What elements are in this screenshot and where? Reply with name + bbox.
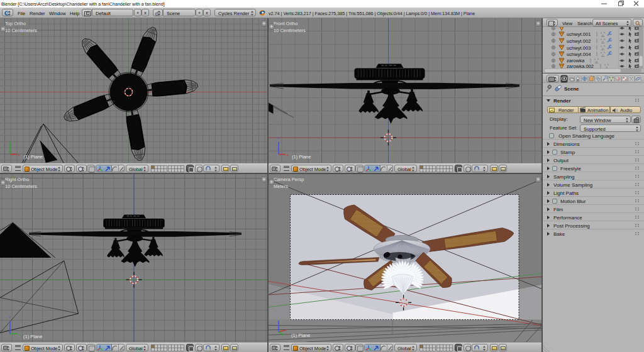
svg-text:uchwyt.001: uchwyt.001 (567, 31, 591, 37)
svg-text:10 Centimeters: 10 Centimeters (5, 28, 37, 33)
svg-text:(1) Plane: (1) Plane (291, 333, 310, 338)
svg-text:x: x (18, 153, 20, 157)
svg-text:y: y (19, 332, 21, 336)
svg-text:uchwyt.002: uchwyt.002 (567, 38, 591, 44)
svg-text:uchwyt.004: uchwyt.004 (567, 52, 591, 57)
svg-text:z: z (9, 315, 11, 319)
svg-text:(1) Plane: (1) Plane (292, 154, 311, 160)
svg-text:uchwyt.003: uchwyt.003 (567, 45, 591, 51)
svg-text:x: x (287, 153, 289, 157)
svg-text:Right Ortho: Right Ortho (5, 177, 29, 182)
svg-text:(1) Plane: (1) Plane (24, 154, 43, 160)
svg-text:Front Ortho: Front Ortho (274, 21, 297, 26)
svg-text:Top Ortho: Top Ortho (5, 21, 26, 26)
svg-text:10 Centimeters: 10 Centimeters (5, 184, 37, 189)
svg-text:Scene: Scene (564, 86, 579, 92)
svg-text:z: z (277, 136, 279, 140)
svg-text:Camera Persp: Camera Persp (274, 177, 304, 182)
svg-text:(1) Plane: (1) Plane (23, 334, 42, 339)
svg-text:10 Centimeters: 10 Centimeters (274, 28, 306, 33)
svg-text:Meters: Meters (274, 184, 288, 189)
svg-text:zarowka: zarowka (567, 58, 585, 63)
